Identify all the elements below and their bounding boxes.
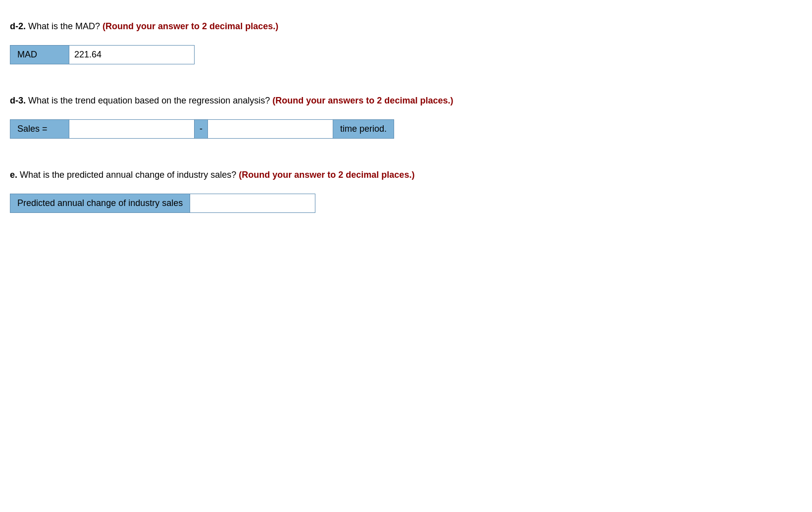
- question-d2-prefix: d-2.: [10, 21, 26, 31]
- question-d2-red: (Round your answer to 2 decimal places.): [102, 21, 278, 31]
- question-e-red: (Round your answer to 2 decimal places.): [239, 170, 414, 180]
- question-e-text: e. What is the predicted annual change o…: [10, 168, 802, 182]
- trend-input-row: Sales = - time period.: [10, 119, 802, 139]
- trend-input-2[interactable]: [208, 119, 333, 139]
- mad-input-row: MAD: [10, 45, 802, 64]
- mad-input[interactable]: [69, 45, 195, 64]
- question-d3-red: (Round your answers to 2 decimal places.…: [272, 96, 453, 105]
- section-e: e. What is the predicted annual change o…: [10, 168, 802, 213]
- trend-label: Sales =: [10, 119, 69, 139]
- mad-label: MAD: [10, 45, 69, 64]
- question-d3-prefix: d-3.: [10, 96, 26, 105]
- question-e-prefix: e.: [10, 170, 17, 180]
- question-d3-body: What is the trend equation based on the …: [28, 96, 272, 105]
- trend-input-1[interactable]: [69, 119, 195, 139]
- predicted-input[interactable]: [190, 194, 315, 213]
- predicted-label: Predicted annual change of industry sale…: [10, 194, 190, 213]
- section-d3: d-3. What is the trend equation based on…: [10, 94, 802, 139]
- trend-separator: -: [195, 119, 208, 139]
- question-d2-text: d-2. What is the MAD? (Round your answer…: [10, 20, 802, 33]
- predicted-input-row: Predicted annual change of industry sale…: [10, 194, 802, 213]
- trend-suffix: time period.: [333, 119, 394, 139]
- question-d2-body: What is the MAD?: [28, 21, 102, 31]
- section-d2: d-2. What is the MAD? (Round your answer…: [10, 20, 802, 64]
- question-e-body: What is the predicted annual change of i…: [20, 170, 239, 180]
- question-d3-text: d-3. What is the trend equation based on…: [10, 94, 802, 107]
